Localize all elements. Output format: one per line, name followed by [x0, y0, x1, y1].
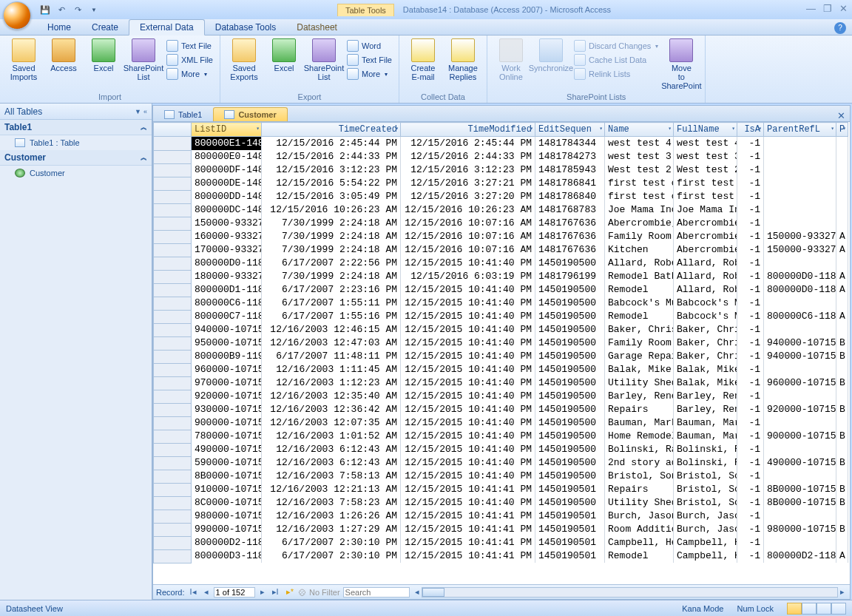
- cell[interactable]: B: [836, 403, 848, 416]
- cell[interactable]: 12/16/2003 12:36:42 AM: [262, 403, 401, 416]
- cell[interactable]: Babcock's Mu: [605, 297, 674, 310]
- row-selector[interactable]: [154, 430, 192, 443]
- cell[interactable]: -1: [737, 350, 764, 363]
- cell[interactable]: Burch, Jason: [605, 510, 674, 523]
- cell[interactable]: 12/16/2003 6:12:43 AM: [262, 443, 401, 456]
- tab-external-data[interactable]: External Data: [129, 19, 205, 35]
- cell[interactable]: 800000DF-148: [192, 163, 262, 177]
- cell[interactable]: Bolinski, Ra: [674, 443, 737, 456]
- view-pivottable-button[interactable]: [802, 603, 816, 615]
- restore-button[interactable]: ❐: [823, 3, 832, 14]
- cell[interactable]: 1450190501: [535, 510, 605, 523]
- cell[interactable]: West test 2: [674, 163, 737, 177]
- cell[interactable]: [764, 536, 836, 549]
- cell[interactable]: -1: [737, 217, 764, 230]
- qat-redo-icon[interactable]: ↷: [71, 3, 84, 16]
- cell[interactable]: Babcock's Mu: [674, 310, 737, 323]
- cell[interactable]: Family Room: [605, 230, 674, 243]
- cell[interactable]: 12/16/2003 1:12:23 AM: [262, 376, 401, 390]
- cell[interactable]: 920000-10715: [192, 390, 262, 403]
- row-selector[interactable]: [154, 297, 192, 310]
- cell[interactable]: first test c: [605, 190, 674, 203]
- cell[interactable]: 900000-10715: [764, 430, 836, 443]
- row-selector[interactable]: [154, 243, 192, 257]
- cell[interactable]: -1: [737, 456, 764, 470]
- close-button[interactable]: ✕: [839, 3, 848, 14]
- cell[interactable]: 1481784273: [535, 150, 605, 163]
- dropdown-icon[interactable]: ▾: [256, 125, 260, 132]
- cell[interactable]: [764, 203, 836, 217]
- dropdown-icon[interactable]: ▾: [599, 125, 603, 132]
- minimize-button[interactable]: —: [806, 3, 816, 14]
- cell[interactable]: 12/16/2003 12:21:13 AM: [262, 483, 401, 496]
- cell[interactable]: 1481784344: [535, 137, 605, 151]
- row-selector[interactable]: [154, 323, 192, 336]
- cell[interactable]: 12/16/2003 7:58:23 AM: [262, 496, 401, 510]
- tab-datasheet[interactable]: Datasheet: [286, 20, 348, 35]
- cell[interactable]: 12/15/2015 10:41:40 PM: [401, 390, 535, 403]
- cell[interactable]: 1450190500: [535, 363, 605, 376]
- row-selector[interactable]: [154, 416, 192, 430]
- cell[interactable]: [836, 416, 848, 430]
- cell[interactable]: [836, 150, 848, 163]
- cell[interactable]: [764, 150, 836, 163]
- cell[interactable]: 800000C7-118: [192, 310, 262, 323]
- cell[interactable]: 800000D0-118: [764, 270, 836, 283]
- cell[interactable]: 960000-10715: [764, 376, 836, 390]
- cell[interactable]: Family Room: [605, 336, 674, 350]
- cell[interactable]: -1: [737, 496, 764, 510]
- cell[interactable]: 960000-10715: [192, 363, 262, 376]
- cell[interactable]: -1: [737, 363, 764, 376]
- cell[interactable]: 780000-10715: [192, 430, 262, 443]
- cell[interactable]: Barley, Rene: [605, 390, 674, 403]
- cell[interactable]: 800000DE-148: [192, 177, 262, 190]
- ribbon-word-button[interactable]: Word: [345, 39, 394, 53]
- cell[interactable]: 1450190500: [535, 310, 605, 323]
- cell[interactable]: 1450190500: [535, 376, 605, 390]
- recnav-next-button[interactable]: ▸: [258, 587, 267, 597]
- cell[interactable]: B: [836, 336, 848, 350]
- cell[interactable]: 1450190500: [535, 283, 605, 297]
- cell[interactable]: 12/16/2003 6:12:43 AM: [262, 456, 401, 470]
- nav-collapse-icon[interactable]: «: [143, 108, 147, 115]
- col-header-parentrefl[interactable]: ParentRefL▾: [764, 123, 836, 137]
- cell[interactable]: 150000-93327: [764, 230, 836, 243]
- nav-item-customer[interactable]: Customer: [0, 166, 152, 180]
- cell[interactable]: 12/15/2016 10:26:23 AM: [262, 203, 401, 217]
- cell[interactable]: 1481796199: [535, 270, 605, 283]
- cell[interactable]: 12/15/2015 10:41:40 PM: [401, 350, 535, 363]
- cell[interactable]: B: [836, 496, 848, 510]
- cell[interactable]: 12/15/2016 2:45:44 PM: [262, 137, 401, 151]
- cell[interactable]: 170000-93327: [192, 243, 262, 257]
- cell[interactable]: 12/15/2016 2:45:44 PM: [401, 137, 535, 151]
- cell[interactable]: 12/15/2016 3:27:21 PM: [401, 177, 535, 190]
- cell[interactable]: [764, 363, 836, 376]
- cell[interactable]: 980000-10715: [192, 510, 262, 523]
- cell[interactable]: -1: [737, 483, 764, 496]
- cell[interactable]: 12/15/2015 10:41:40 PM: [401, 310, 535, 323]
- cell[interactable]: 1450190501: [535, 523, 605, 536]
- dropdown-icon[interactable]: ▾: [842, 125, 846, 132]
- ribbon-text-file-button[interactable]: Text File: [345, 53, 394, 67]
- qat-save-icon[interactable]: 💾: [38, 3, 52, 16]
- cell[interactable]: Allard, Robe: [674, 270, 737, 283]
- cell[interactable]: 12/15/2015 10:41:41 PM: [401, 536, 535, 549]
- cell[interactable]: 1450190500: [535, 336, 605, 350]
- cell[interactable]: 970000-10715: [192, 376, 262, 390]
- cell[interactable]: [764, 416, 836, 430]
- row-selector[interactable]: [154, 523, 192, 536]
- row-selector[interactable]: [154, 470, 192, 483]
- cell[interactable]: [836, 363, 848, 376]
- cell[interactable]: Bristol, Son: [674, 483, 737, 496]
- cell[interactable]: 800000D1-118: [192, 283, 262, 297]
- cell[interactable]: 12/15/2015 10:41:41 PM: [401, 510, 535, 523]
- cell[interactable]: 12/15/2015 10:41:41 PM: [401, 483, 535, 496]
- cell[interactable]: [836, 390, 848, 403]
- cell[interactable]: Bauman, Mark: [674, 416, 737, 430]
- cell[interactable]: Home Remodel: [605, 430, 674, 443]
- dropdown-icon[interactable]: ▾: [395, 125, 399, 132]
- cell[interactable]: A: [836, 310, 848, 323]
- cell[interactable]: 12/15/2016 2:44:33 PM: [401, 150, 535, 163]
- cell[interactable]: -1: [737, 177, 764, 190]
- row-selector[interactable]: [154, 163, 192, 177]
